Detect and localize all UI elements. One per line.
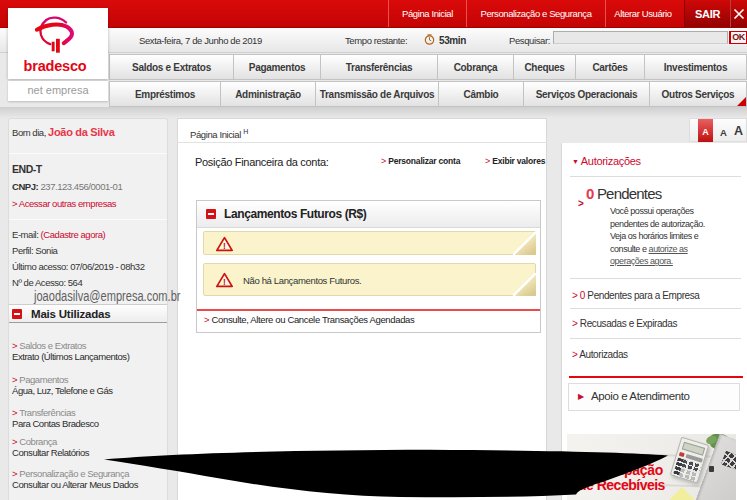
svg-text:!: ! [223, 240, 226, 250]
svg-text:!: ! [223, 276, 226, 286]
